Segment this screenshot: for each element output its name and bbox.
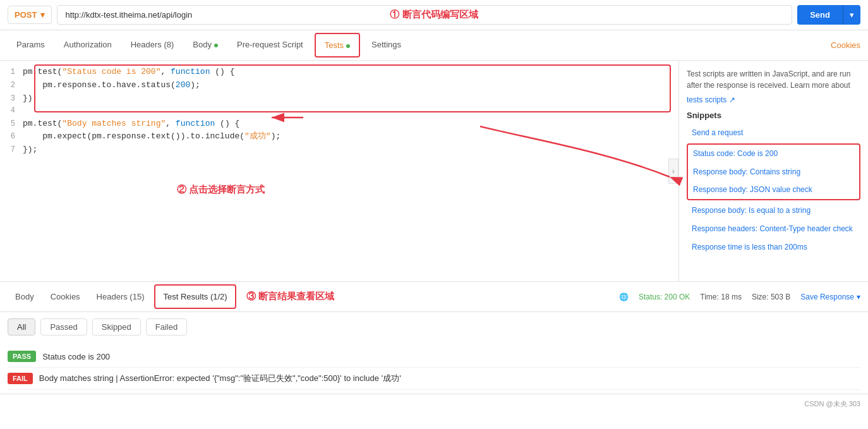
footer-credit: CSDN @未央.303 — [804, 399, 860, 409]
snippet-json-check[interactable]: Response body: JSON value check — [688, 181, 859, 199]
send-dropdown-button[interactable]: ▾ — [843, 5, 860, 25]
tab-tests[interactable]: Tests — [315, 33, 360, 57]
bottom-panel: Body Cookies Headers (15) Test Results (… — [0, 282, 868, 394]
annotation-2-label: ② 点击选择断言方式 — [177, 184, 265, 196]
chevron-down-icon: ▾ — [857, 293, 860, 301]
response-size: Size: 503 B — [752, 293, 790, 301]
filter-failed[interactable]: Failed — [146, 318, 187, 335]
right-panel: Test scripts are written in JavaScript, … — [678, 61, 868, 281]
fail-badge-2: FAIL — [8, 373, 33, 384]
method-selector[interactable]: POST ▾ — [8, 6, 52, 24]
chevron-down-icon: ▾ — [40, 10, 45, 20]
filter-all[interactable]: All — [8, 318, 35, 335]
code-editor[interactable]: 1 pm.test("Status code is 200", function… — [0, 61, 678, 281]
snippet-equal-string[interactable]: Response body: Is equal to a string — [687, 202, 860, 220]
globe-icon: 🌐 — [619, 293, 629, 301]
tab-settings[interactable]: Settings — [363, 33, 410, 57]
cookies-link[interactable]: Cookies — [831, 34, 860, 56]
right-panel-description: Test scripts are written in JavaScript, … — [687, 68, 860, 91]
snippet-response-time[interactable]: Response time is less than 200ms — [687, 238, 860, 257]
code-line-5: 5 pm.test("Body matches string", functio… — [0, 118, 678, 131]
response-time: Time: 18 ms — [700, 293, 742, 301]
footer: CSDN @未央.303 — [0, 394, 868, 414]
save-response-button[interactable]: Save Response ▾ — [800, 293, 860, 301]
panel-toggle[interactable]: › — [668, 159, 678, 184]
main-content: 1 pm.test("Status code is 200", function… — [0, 61, 868, 282]
test-result-row-1: PASS Status code is 200 — [8, 346, 860, 368]
url-input[interactable] — [57, 5, 792, 25]
snippet-status-200[interactable]: Status code: Code is 200 — [688, 145, 859, 163]
code-line-3: 3 }); — [0, 92, 678, 106]
filter-tabs: All Passed Skipped Failed — [0, 312, 868, 342]
tab-headers-response[interactable]: Headers (15) — [89, 286, 152, 308]
send-request-snippet[interactable]: Send a request — [687, 124, 860, 142]
tab-authorization[interactable]: Authorization — [55, 33, 121, 57]
annotation-3-label: ③ 断言结果查看区域 — [239, 286, 342, 308]
send-button[interactable]: Send — [797, 5, 843, 25]
test-results-list: PASS Status code is 200 FAIL Body matche… — [0, 342, 868, 394]
code-line-2: 2 pm.response.to.have.status(200); — [0, 79, 678, 92]
tab-body[interactable]: Body — [184, 33, 227, 57]
top-bar: POST ▾ ① 断言代码编写区域 Send ▾ — [0, 0, 868, 30]
status-200: Status: 200 OK — [639, 293, 690, 301]
tab-cookies-response[interactable]: Cookies — [43, 286, 88, 308]
snippet-highlight-box: Status code: Code is 200 Response body: … — [687, 143, 860, 200]
tests-scripts-link[interactable]: tests scripts ↗ — [687, 95, 735, 104]
snippets-title: Snippets — [687, 111, 860, 120]
code-line-1: 1 pm.test("Status code is 200", function… — [0, 66, 678, 79]
code-line-6: 6 pm.expect(pm.response.text()).to.inclu… — [0, 130, 678, 143]
snippet-body-contains[interactable]: Response body: Contains string — [688, 163, 859, 181]
test-text-1: Status code is 200 — [42, 352, 110, 361]
tab-headers[interactable]: Headers (8) — [122, 33, 183, 57]
code-line-7: 7 }); — [0, 143, 678, 157]
bottom-tabs: Body Cookies Headers (15) Test Results (… — [0, 282, 868, 312]
filter-passed[interactable]: Passed — [40, 318, 87, 335]
code-line-4: 4 — [0, 105, 678, 117]
filter-skipped[interactable]: Skipped — [92, 318, 141, 335]
method-label: POST — [15, 10, 37, 20]
test-text-2: Body matches string | AssertionError: ex… — [39, 373, 401, 384]
pass-badge-1: PASS — [8, 351, 36, 362]
tab-test-results[interactable]: Test Results (1/2) — [154, 284, 236, 309]
snippet-content-type[interactable]: Response headers: Content-Type header ch… — [687, 220, 860, 238]
status-info: 🌐 Status: 200 OK Time: 18 ms Size: 503 B… — [619, 293, 860, 301]
request-tabs: Params Authorization Headers (8) Body Pr… — [0, 30, 868, 61]
tab-prerequest[interactable]: Pre-request Script — [228, 33, 312, 57]
tab-body-response[interactable]: Body — [8, 286, 42, 308]
test-result-row-2: FAIL Body matches string | AssertionErro… — [8, 368, 860, 390]
tab-params[interactable]: Params — [8, 33, 54, 57]
